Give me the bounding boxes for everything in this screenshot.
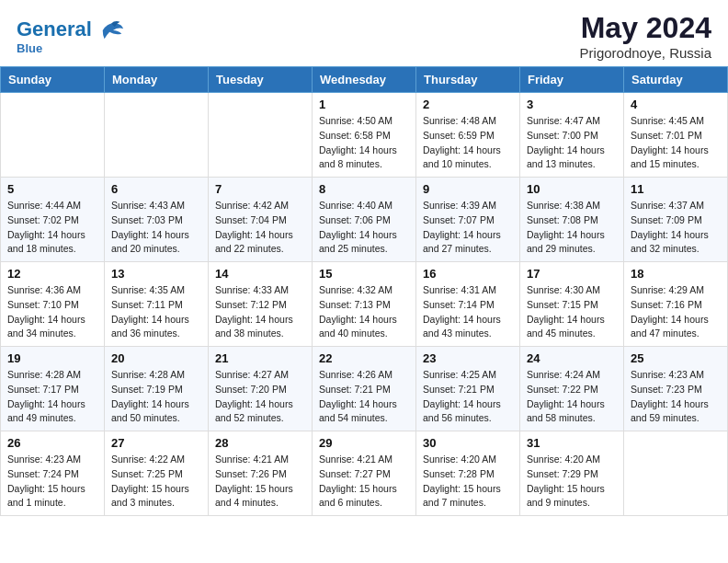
calendar-cell: 28Sunrise: 4:21 AMSunset: 7:26 PMDayligh…: [209, 431, 313, 516]
day-info: Sunrise: 4:45 AMSunset: 7:01 PMDaylight:…: [631, 114, 721, 172]
day-number: 9: [423, 182, 513, 196]
calendar-cell: 13Sunrise: 4:35 AMSunset: 7:11 PMDayligh…: [105, 262, 209, 347]
day-info: Sunrise: 4:20 AMSunset: 7:29 PMDaylight:…: [527, 453, 617, 511]
day-number: 26: [7, 436, 97, 450]
sunrise-text: Sunrise: 4:50 AM: [319, 114, 409, 129]
sunset-text: Sunset: 7:25 PM: [111, 467, 201, 482]
day-info: Sunrise: 4:23 AMSunset: 7:23 PMDaylight:…: [631, 368, 721, 426]
sunrise-text: Sunrise: 4:44 AM: [7, 199, 97, 213]
day-number: 30: [423, 436, 513, 450]
sunrise-text: Sunrise: 4:36 AM: [7, 283, 97, 298]
day-info: Sunrise: 4:50 AMSunset: 6:58 PMDaylight:…: [319, 114, 409, 172]
sunset-text: Sunset: 7:12 PM: [215, 298, 305, 313]
calendar-cell: 24Sunrise: 4:24 AMSunset: 7:22 PMDayligh…: [520, 347, 624, 431]
day-info: Sunrise: 4:23 AMSunset: 7:24 PMDaylight:…: [7, 453, 97, 511]
sunset-text: Sunset: 7:14 PM: [423, 298, 513, 313]
calendar-cell: 31Sunrise: 4:20 AMSunset: 7:29 PMDayligh…: [520, 431, 624, 516]
calendar-cell: 21Sunrise: 4:27 AMSunset: 7:20 PMDayligh…: [209, 347, 313, 431]
daylight-text: Daylight: 14 hours and 18 minutes.: [7, 228, 97, 258]
sunrise-text: Sunrise: 4:28 AM: [7, 368, 97, 383]
sunset-text: Sunset: 7:29 PM: [527, 467, 617, 482]
calendar-cell: 27Sunrise: 4:22 AMSunset: 7:25 PMDayligh…: [105, 431, 209, 516]
title-block: May 2024 Prigorodnoye, Russia: [580, 11, 711, 61]
daylight-text: Daylight: 14 hours and 43 minutes.: [423, 313, 513, 342]
day-number: 10: [527, 182, 617, 196]
day-info: Sunrise: 4:29 AMSunset: 7:16 PMDaylight:…: [631, 283, 721, 341]
day-number: 19: [7, 351, 97, 365]
weekday-header-wednesday: Wednesday: [313, 67, 416, 93]
day-number: 22: [319, 351, 409, 365]
calendar-week-5: 26Sunrise: 4:23 AMSunset: 7:24 PMDayligh…: [1, 431, 728, 516]
daylight-text: Daylight: 14 hours and 10 minutes.: [423, 144, 513, 173]
day-number: 12: [7, 267, 97, 281]
day-info: Sunrise: 4:31 AMSunset: 7:14 PMDaylight:…: [423, 283, 513, 341]
daylight-text: Daylight: 14 hours and 54 minutes.: [319, 397, 409, 427]
daylight-text: Daylight: 14 hours and 49 minutes.: [7, 397, 97, 427]
sunset-text: Sunset: 7:28 PM: [423, 467, 513, 482]
calendar-cell: 11Sunrise: 4:37 AMSunset: 7:09 PMDayligh…: [624, 178, 728, 262]
sunset-text: Sunset: 7:04 PM: [215, 213, 305, 228]
day-number: 20: [111, 351, 201, 365]
daylight-text: Daylight: 14 hours and 36 minutes.: [111, 313, 201, 342]
daylight-text: Daylight: 14 hours and 27 minutes.: [423, 228, 513, 258]
calendar-cell: 9Sunrise: 4:39 AMSunset: 7:07 PMDaylight…: [416, 178, 520, 262]
daylight-text: Daylight: 14 hours and 15 minutes.: [631, 144, 721, 173]
month-title: May 2024: [580, 11, 711, 45]
calendar-cell: 14Sunrise: 4:33 AMSunset: 7:12 PMDayligh…: [209, 262, 313, 347]
day-number: 31: [527, 436, 617, 450]
day-number: 28: [215, 436, 305, 450]
sunrise-text: Sunrise: 4:45 AM: [631, 114, 721, 129]
sunrise-text: Sunrise: 4:23 AM: [7, 453, 97, 467]
calendar-cell: 12Sunrise: 4:36 AMSunset: 7:10 PMDayligh…: [1, 262, 105, 347]
calendar-cell: 8Sunrise: 4:40 AMSunset: 7:06 PMDaylight…: [313, 178, 416, 262]
logo: General Blue: [17, 17, 125, 55]
day-info: Sunrise: 4:40 AMSunset: 7:06 PMDaylight:…: [319, 199, 409, 257]
day-number: 15: [319, 267, 409, 281]
daylight-text: Daylight: 15 hours and 4 minutes.: [215, 482, 305, 511]
sunrise-text: Sunrise: 4:27 AM: [215, 368, 305, 383]
day-number: 3: [527, 98, 617, 111]
calendar-cell: 18Sunrise: 4:29 AMSunset: 7:16 PMDayligh…: [624, 262, 728, 347]
day-number: 25: [631, 351, 721, 365]
day-number: 16: [423, 267, 513, 281]
sunset-text: Sunset: 7:08 PM: [527, 213, 617, 228]
calendar-cell: [209, 93, 313, 178]
sunset-text: Sunset: 7:17 PM: [7, 383, 97, 397]
weekday-header-sunday: Sunday: [1, 67, 105, 93]
calendar-cell: 30Sunrise: 4:20 AMSunset: 7:28 PMDayligh…: [416, 431, 520, 516]
sunrise-text: Sunrise: 4:30 AM: [527, 283, 617, 298]
sunset-text: Sunset: 7:26 PM: [215, 467, 305, 482]
daylight-text: Daylight: 15 hours and 9 minutes.: [527, 482, 617, 511]
logo-blue: Blue: [17, 41, 125, 55]
sunrise-text: Sunrise: 4:43 AM: [111, 199, 201, 213]
sunset-text: Sunset: 6:58 PM: [319, 129, 409, 144]
day-info: Sunrise: 4:36 AMSunset: 7:10 PMDaylight:…: [7, 283, 97, 341]
day-info: Sunrise: 4:33 AMSunset: 7:12 PMDaylight:…: [215, 283, 305, 341]
day-number: 2: [423, 98, 513, 111]
sunset-text: Sunset: 7:21 PM: [423, 383, 513, 397]
day-number: 8: [319, 182, 409, 196]
daylight-text: Daylight: 14 hours and 32 minutes.: [631, 228, 721, 258]
sunset-text: Sunset: 7:06 PM: [319, 213, 409, 228]
location: Prigorodnoye, Russia: [580, 45, 711, 61]
sunrise-text: Sunrise: 4:48 AM: [423, 114, 513, 129]
sunset-text: Sunset: 7:03 PM: [111, 213, 201, 228]
day-number: 24: [527, 351, 617, 365]
daylight-text: Daylight: 14 hours and 29 minutes.: [527, 228, 617, 258]
sunrise-text: Sunrise: 4:35 AM: [111, 283, 201, 298]
daylight-text: Daylight: 14 hours and 25 minutes.: [319, 228, 409, 258]
sunset-text: Sunset: 7:09 PM: [631, 213, 721, 228]
day-number: 23: [423, 351, 513, 365]
daylight-text: Daylight: 14 hours and 47 minutes.: [631, 313, 721, 342]
day-info: Sunrise: 4:35 AMSunset: 7:11 PMDaylight:…: [111, 283, 201, 341]
sunrise-text: Sunrise: 4:31 AM: [423, 283, 513, 298]
daylight-text: Daylight: 14 hours and 45 minutes.: [527, 313, 617, 342]
sunrise-text: Sunrise: 4:39 AM: [423, 199, 513, 213]
day-number: 21: [215, 351, 305, 365]
daylight-text: Daylight: 15 hours and 6 minutes.: [319, 482, 409, 511]
day-info: Sunrise: 4:43 AMSunset: 7:03 PMDaylight:…: [111, 199, 201, 257]
weekday-header-tuesday: Tuesday: [209, 67, 313, 93]
calendar-cell: 23Sunrise: 4:25 AMSunset: 7:21 PMDayligh…: [416, 347, 520, 431]
daylight-text: Daylight: 14 hours and 34 minutes.: [7, 313, 97, 342]
day-info: Sunrise: 4:28 AMSunset: 7:19 PMDaylight:…: [111, 368, 201, 426]
